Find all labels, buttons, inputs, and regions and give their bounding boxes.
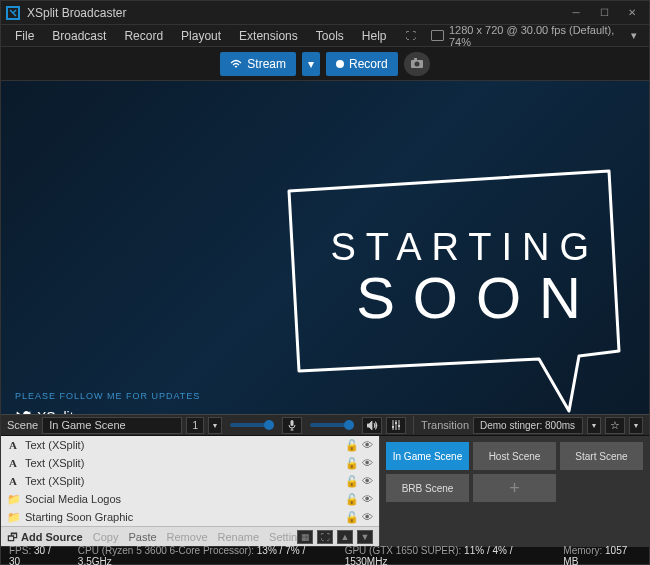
add-source-button[interactable]: 🗗Add Source bbox=[7, 531, 83, 543]
svg-rect-3 bbox=[414, 58, 417, 60]
lower-panel: AText (XSplit)🔓👁 AText (XSplit)🔓👁 AText … bbox=[1, 436, 649, 546]
app-window: XSplit Broadcaster ─ ☐ ✕ File Broadcast … bbox=[0, 0, 650, 565]
stream-dropdown[interactable]: ▾ bbox=[302, 52, 320, 76]
menu-file[interactable]: File bbox=[7, 26, 42, 46]
scene-button-ingame[interactable]: In Game Scene bbox=[386, 442, 469, 470]
maximize-button[interactable]: ☐ bbox=[591, 4, 617, 22]
menu-broadcast[interactable]: Broadcast bbox=[44, 26, 114, 46]
fullscreen-icon[interactable]: ⛶ bbox=[399, 27, 423, 45]
stream-button[interactable]: Stream bbox=[220, 52, 296, 76]
copy-button[interactable]: Copy bbox=[93, 531, 119, 543]
mic-icon bbox=[288, 420, 296, 431]
record-button[interactable]: Record bbox=[326, 52, 398, 76]
camera-button[interactable] bbox=[404, 52, 430, 76]
source-item[interactable]: 📁Starting Soon Graphic🔓👁 bbox=[1, 508, 379, 526]
eye-icon[interactable]: 👁 bbox=[362, 493, 373, 506]
menu-playout[interactable]: Playout bbox=[173, 26, 229, 46]
control-bar: Scene In Game Scene 1 ▾ Transition Demo … bbox=[1, 414, 649, 436]
svg-rect-8 bbox=[291, 420, 294, 426]
transition-dropdown[interactable]: Demo stinger: 800ms bbox=[473, 417, 583, 434]
speaker-icon bbox=[367, 421, 378, 430]
scenes-panel: In Game Scene Host Scene Start Scene BRB… bbox=[379, 436, 649, 546]
lock-icon[interactable]: 🔓 bbox=[345, 511, 359, 524]
scene-name-field[interactable]: In Game Scene bbox=[42, 417, 182, 434]
lock-icon[interactable]: 🔓 bbox=[345, 457, 359, 470]
cpu-stat: CPU (Ryzen 5 3600 6-Core Processor): 13%… bbox=[78, 545, 329, 566]
scene-number[interactable]: 1 bbox=[186, 417, 204, 434]
monitor-icon bbox=[431, 30, 444, 41]
plus-icon: 🗗 bbox=[7, 531, 18, 543]
speaker-volume-slider[interactable] bbox=[310, 423, 354, 427]
status-bar: FPS: 30 / 30 CPU (Ryzen 5 3600 6-Core Pr… bbox=[1, 546, 649, 564]
transition-label: Transition bbox=[421, 419, 469, 431]
social-twitter: XSplit bbox=[15, 409, 74, 414]
layout-controls: ▦ ⛶ ▲ ▼ bbox=[297, 530, 373, 544]
minimize-button[interactable]: ─ bbox=[563, 4, 589, 22]
text-source-icon: A bbox=[7, 457, 19, 469]
menu-help[interactable]: Help bbox=[354, 26, 395, 46]
scene-label: Scene bbox=[7, 419, 38, 431]
source-list[interactable]: AText (XSplit)🔓👁 AText (XSplit)🔓👁 AText … bbox=[1, 436, 379, 526]
camera-icon bbox=[410, 58, 424, 69]
svg-rect-11 bbox=[398, 425, 400, 427]
transition-arrow[interactable]: ▾ bbox=[587, 417, 601, 434]
folder-icon: 📁 bbox=[7, 493, 19, 506]
memory-stat: Memory: 1057 MB bbox=[563, 545, 641, 566]
move-down-icon[interactable]: ▼ bbox=[357, 530, 373, 544]
window-controls: ─ ☐ ✕ bbox=[563, 4, 645, 22]
menu-record[interactable]: Record bbox=[116, 26, 171, 46]
record-icon bbox=[336, 60, 344, 68]
menu-tools[interactable]: Tools bbox=[308, 26, 352, 46]
grid-icon[interactable]: ▦ bbox=[297, 530, 313, 544]
expand-icon[interactable]: ⛶ bbox=[317, 530, 333, 544]
twitter-icon bbox=[15, 409, 31, 414]
add-scene-button[interactable]: + bbox=[473, 474, 556, 502]
resolution-dropdown[interactable]: 1280 x 720 @ 30.00 fps (Default), 74% ▾ bbox=[425, 22, 643, 50]
mixer-icon bbox=[391, 420, 401, 430]
menu-bar: File Broadcast Record Playout Extensions… bbox=[1, 25, 649, 47]
eye-icon[interactable]: 👁 bbox=[362, 439, 373, 452]
eye-icon[interactable]: 👁 bbox=[362, 511, 373, 524]
paste-button[interactable]: Paste bbox=[128, 531, 156, 543]
source-item[interactable]: 📁Social Media Logos🔓👁 bbox=[1, 490, 379, 508]
favorite-dropdown[interactable]: ▾ bbox=[629, 417, 643, 434]
menu-extensions[interactable]: Extensions bbox=[231, 26, 306, 46]
lock-icon[interactable]: 🔓 bbox=[345, 439, 359, 452]
window-title: XSplit Broadcaster bbox=[27, 6, 563, 20]
preview-canvas[interactable]: STARTING SOON PLEASE FOLLOW ME FOR UPDAT… bbox=[1, 81, 649, 414]
remove-button[interactable]: Remove bbox=[167, 531, 208, 543]
eye-icon[interactable]: 👁 bbox=[362, 457, 373, 470]
folder-icon: 📁 bbox=[7, 511, 19, 524]
source-item[interactable]: AText (XSplit)🔓👁 bbox=[1, 436, 379, 454]
scene-grid: In Game Scene Host Scene Start Scene BRB… bbox=[386, 442, 643, 502]
rename-button[interactable]: Rename bbox=[218, 531, 260, 543]
move-up-icon[interactable]: ▲ bbox=[337, 530, 353, 544]
sources-panel: AText (XSplit)🔓👁 AText (XSplit)🔓👁 AText … bbox=[1, 436, 379, 546]
lock-icon[interactable]: 🔓 bbox=[345, 493, 359, 506]
gpu-stat: GPU (GTX 1650 SUPER): 11% / 4% / 1530MHz bbox=[345, 545, 548, 566]
svg-rect-10 bbox=[395, 422, 397, 424]
close-button[interactable]: ✕ bbox=[619, 4, 645, 22]
svg-point-2 bbox=[414, 62, 419, 67]
source-item[interactable]: AText (XSplit)🔓👁 bbox=[1, 472, 379, 490]
text-source-icon: A bbox=[7, 475, 19, 487]
scene-button-start[interactable]: Start Scene bbox=[560, 442, 643, 470]
wifi-icon bbox=[230, 59, 242, 69]
svg-rect-9 bbox=[392, 426, 394, 428]
speaker-button[interactable] bbox=[362, 417, 382, 434]
scene-button-host[interactable]: Host Scene bbox=[473, 442, 556, 470]
scene-dropdown[interactable]: ▾ bbox=[208, 417, 222, 434]
favorite-button[interactable]: ☆ bbox=[605, 417, 625, 434]
text-source-icon: A bbox=[7, 439, 19, 451]
mic-volume-slider[interactable] bbox=[230, 423, 274, 427]
resolution-text: 1280 x 720 @ 30.00 fps (Default), 74% bbox=[449, 24, 626, 48]
lock-icon[interactable]: 🔓 bbox=[345, 475, 359, 488]
source-item[interactable]: AText (XSplit)🔓👁 bbox=[1, 454, 379, 472]
source-toolbar: 🗗Add Source Copy Paste Remove Rename Set… bbox=[1, 526, 379, 546]
mixer-button[interactable] bbox=[386, 417, 406, 434]
scene-button-brb[interactable]: BRB Scene bbox=[386, 474, 469, 502]
mic-button[interactable] bbox=[282, 417, 302, 434]
app-icon bbox=[5, 5, 21, 21]
follow-caption: PLEASE FOLLOW ME FOR UPDATES bbox=[15, 391, 200, 401]
eye-icon[interactable]: 👁 bbox=[362, 475, 373, 488]
